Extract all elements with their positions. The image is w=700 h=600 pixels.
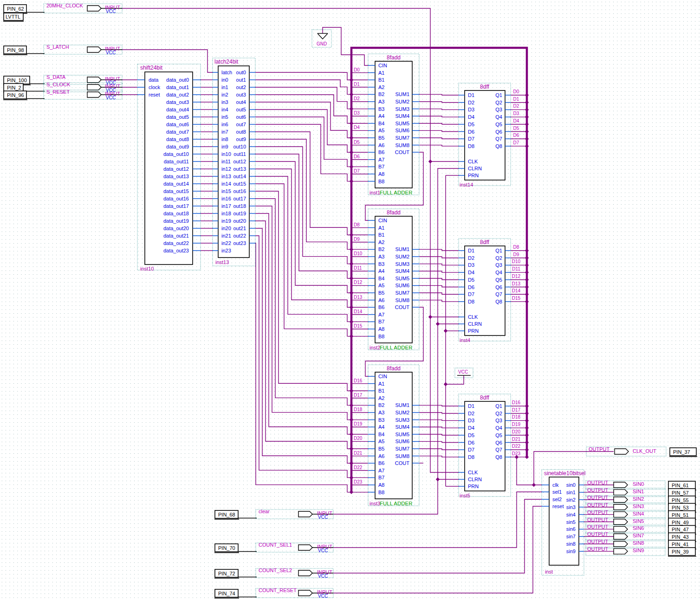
- schematic-canvas[interactable]: D0D1D2D3D4D5D6D7D8D9D10D11D12D13D14D15D1…: [0, 0, 700, 600]
- port-name: B3: [378, 417, 384, 423]
- port-name: Q6: [495, 129, 502, 135]
- port-name: in18: [221, 211, 231, 216]
- gnd-symbol[interactable]: GND: [312, 30, 331, 47]
- port-name: clock: [149, 84, 161, 90]
- port-name: Q7: [495, 291, 502, 297]
- junction-dot: [525, 249, 529, 252]
- port-name: Q7: [495, 447, 502, 452]
- output-pin-PIN_39[interactable]: OUTPUTSIN9PIN_39: [586, 546, 696, 556]
- port-name: Q2: [495, 100, 502, 105]
- io-pointer-icon: [614, 548, 628, 554]
- wire-sum-d: [419, 293, 459, 294]
- wire-sum-d: [419, 434, 459, 435]
- block-shift24bit-inst10[interactable]: shift24bitinst10dataclockresetdata_out0d…: [137, 64, 201, 271]
- input-pin-PIN_98[interactable]: PIN_98S_LATCHINPUTVCC: [3, 44, 122, 55]
- signal-name: SIN5: [633, 518, 644, 524]
- pin-PIN_70[interactable]: PIN_70: [214, 544, 239, 553]
- port-name: A2: [378, 84, 384, 90]
- pin-PIN_37[interactable]: PIN_37: [669, 448, 697, 457]
- port-name: A6: [378, 297, 384, 303]
- pin-PIN_39[interactable]: PIN_39: [668, 548, 696, 556]
- port-name: A4: [378, 113, 384, 119]
- bus-tap-label: D6: [354, 154, 360, 159]
- input-pin-PIN_72[interactable]: PIN_72COUNT_SEL2INPUTVCC: [214, 568, 333, 579]
- port-name: A7: [378, 468, 384, 473]
- bus-tap-label: D4: [354, 125, 360, 130]
- bus-out-label: D18: [512, 414, 521, 419]
- port-name: out0: [236, 70, 246, 75]
- signal-name: COUNT_SEL1: [259, 542, 292, 548]
- block-8dff-inst5[interactable]: 8dffinst5D1D2D3D4D5D6D7D8CLKCLRNPRNQ1Q2Q…: [459, 394, 511, 498]
- pin-number: PIN_53: [672, 505, 689, 510]
- port-name: SUM5: [395, 276, 409, 281]
- port-name: D5: [468, 122, 474, 127]
- io-pointer-icon: [87, 47, 101, 52]
- port-name: SUM2: [395, 410, 409, 415]
- port-name: D8: [468, 454, 474, 460]
- block-8fadd-inst2[interactable]: 8faddinst2FULL ADDERCINA1B1A2B2A3B3A4B4A…: [368, 209, 419, 350]
- junction-dot: [525, 263, 529, 267]
- port-name: out3: [236, 92, 246, 97]
- pin-PIN_68[interactable]: PIN_68: [214, 510, 239, 519]
- port-name: out14: [233, 174, 246, 179]
- block-inst-name: inst3: [369, 501, 380, 506]
- port-name: in17: [221, 203, 231, 209]
- pin-PIN_98[interactable]: PIN_98: [3, 46, 27, 55]
- output-keyword: OUTPUT: [587, 524, 609, 529]
- port-name: SUM4: [395, 268, 409, 274]
- wire-sum-d: [419, 413, 459, 413]
- input-pin-PIN_62[interactable]: PIN_62LVTTL20MHz_CLOCKINPUTVCC: [3, 3, 122, 21]
- wire-d23-clk: [517, 457, 542, 485]
- junction-dot: [350, 432, 353, 436]
- pin-PIN_62[interactable]: PIN_62: [3, 5, 27, 13]
- port-name: in6: [221, 122, 228, 127]
- wire-count-reset: [333, 506, 542, 593]
- block-8dff-inst14[interactable]: 8dffinst14D1D2D3D4D5D6D7D8CLKCLRNPRNQ1Q2…: [459, 83, 511, 187]
- pin-PIN_74[interactable]: PIN_74: [214, 589, 239, 598]
- port-name: D1: [468, 248, 474, 253]
- signal-name: SIN1: [633, 489, 644, 494]
- port-name: data_out15: [163, 188, 189, 194]
- block-8fadd-inst3[interactable]: 8faddinst3FULL ADDERCINA1B1A2B2A3B3A4B4A…: [368, 365, 419, 506]
- input-pin-PIN_96[interactable]: PIN_96S_RESETINPUTVCC: [3, 89, 122, 100]
- port-name: latch: [221, 70, 232, 75]
- io-standard: LVTTL: [6, 14, 20, 19]
- block-sinetable10bitsel-inst[interactable]: sinetable10bitselinstclksel1sel2resetsin…: [542, 470, 585, 575]
- port-name: B4: [378, 121, 384, 126]
- junction-dot: [350, 262, 353, 265]
- wire-sum-d: [419, 138, 459, 139]
- port-name: sin2: [566, 497, 576, 503]
- port-name: data_out2: [166, 92, 189, 97]
- output-pin-PIN_37[interactable]: OUTPUTCLK_OUTPIN_37: [586, 446, 697, 457]
- pin-PIN_96[interactable]: PIN_96: [3, 91, 27, 100]
- block-8dff-inst4[interactable]: 8dffinst4D1D2D3D4D5D6D7D8CLKCLRNPRNQ1Q2Q…: [459, 239, 511, 343]
- block-title: shift24bit: [140, 65, 163, 71]
- port-name: A8: [378, 171, 384, 177]
- junction-dot: [525, 433, 529, 437]
- pin-PIN_72[interactable]: PIN_72: [214, 569, 239, 578]
- port-name: out8: [236, 129, 246, 135]
- bus-tap-label: D13: [354, 295, 363, 300]
- port-name: out1: [236, 77, 246, 83]
- block-latch24bit-inst13[interactable]: latch24bitinst13latchin0in1in2in3in4in5i…: [213, 58, 255, 266]
- input-pin-PIN_74[interactable]: PIN_74COUNT_RESETINPUTVCC: [214, 587, 333, 599]
- port-name: B8: [378, 490, 384, 495]
- bus-tap-label: D23: [354, 479, 363, 484]
- port-name: out2: [236, 84, 246, 90]
- junction-dot: [525, 292, 529, 296]
- port-name: D7: [468, 447, 474, 452]
- port-name: D4: [468, 114, 474, 120]
- port-name: out23: [233, 240, 246, 246]
- port-name: out20: [233, 218, 246, 224]
- input-pin-PIN_68[interactable]: PIN_68clearINPUTVCC: [214, 509, 333, 520]
- port-name: out5: [236, 107, 246, 112]
- port-name: B7: [378, 475, 384, 480]
- junction-dot: [350, 403, 353, 407]
- block-inst-name: inst10: [140, 266, 154, 271]
- port-name: B7: [378, 164, 384, 169]
- port-name: data_out18: [163, 211, 189, 216]
- junction-dot: [525, 137, 529, 141]
- input-pin-PIN_70[interactable]: PIN_70COUNT_SEL1INPUTVCC: [214, 542, 333, 553]
- port-name: A7: [378, 157, 384, 162]
- block-8fadd-inst1[interactable]: 8faddinst1FULL ADDERCINA1B1A2B2A3B3A4B4A…: [368, 54, 419, 195]
